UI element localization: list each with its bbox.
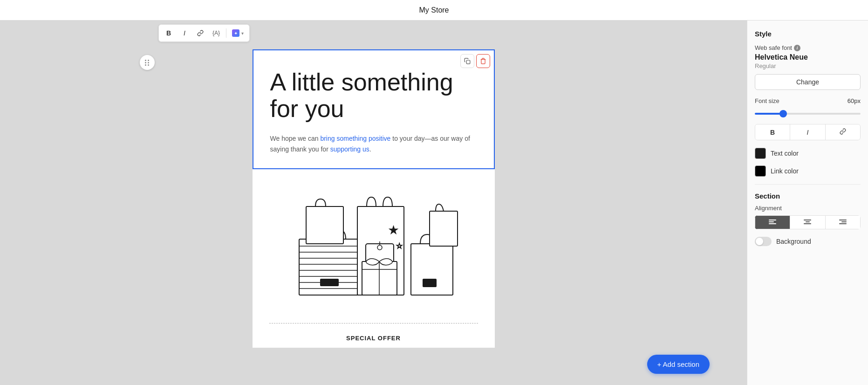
link-color-swatch[interactable]: [755, 165, 766, 177]
magic-icon: ✦: [232, 29, 239, 37]
format-italic-button[interactable]: I: [790, 124, 825, 140]
svg-rect-1: [299, 239, 360, 295]
bold-button[interactable]: B: [162, 27, 176, 40]
highlighted-text-2: supporting us: [330, 145, 369, 153]
add-section-button[interactable]: + Add section: [647, 355, 710, 374]
svg-rect-19: [423, 279, 437, 287]
svg-rect-0: [466, 60, 470, 64]
svg-text:☆: ☆: [396, 242, 403, 250]
text-toolbar: B I {A} ✦ ▾: [158, 24, 250, 42]
format-link-button[interactable]: [826, 124, 860, 140]
text-section[interactable]: A little something for you We hope we ca…: [253, 49, 495, 169]
change-font-button[interactable]: Change: [755, 74, 861, 90]
toolbar-divider: [226, 28, 226, 38]
special-offer-text: SPECIAL OFFER: [346, 335, 401, 342]
format-bold-button[interactable]: B: [755, 124, 790, 140]
link-button[interactable]: [193, 27, 207, 40]
text-color-row: Text color: [755, 148, 861, 159]
text-color-label: Text color: [771, 150, 799, 157]
toolbar-row: B I {A} ✦ ▾: [0, 21, 747, 46]
panel-divider: [755, 184, 861, 185]
font-name: Helvetica Neue: [755, 53, 861, 62]
section-subtitle: Section: [755, 192, 861, 200]
alignment-label: Alignment: [755, 205, 861, 212]
image-section: ★ ☆: [253, 169, 495, 318]
align-left-icon: [769, 220, 776, 225]
web-safe-font-label: Web safe font i: [755, 44, 861, 51]
bags-illustration: ★ ☆: [285, 179, 462, 309]
text-section-actions: [460, 54, 490, 68]
right-panel: Style Web safe font i Helvetica Neue Reg…: [747, 21, 868, 385]
link-color-label: Link color: [771, 167, 799, 175]
style-panel-title: Style: [755, 30, 861, 38]
svg-text:★: ★: [388, 223, 399, 237]
content-wrapper: A little something for you We hope we ca…: [0, 46, 747, 385]
font-size-value: 60px: [847, 97, 861, 104]
highlighted-text: bring something positive: [320, 135, 390, 142]
magic-button[interactable]: ✦ ▾: [229, 28, 246, 39]
italic-button[interactable]: I: [178, 27, 191, 40]
svg-rect-20: [430, 211, 458, 246]
svg-rect-18: [411, 244, 453, 295]
drag-handle-dots: [145, 60, 150, 66]
align-center-button[interactable]: [790, 215, 825, 229]
font-size-slider[interactable]: [755, 113, 861, 115]
duplicate-section-button[interactable]: [460, 54, 474, 68]
format-buttons-row: B I: [755, 124, 861, 140]
email-body: We hope we can bring something positive …: [270, 133, 477, 154]
background-toggle[interactable]: [755, 237, 772, 246]
delete-section-button[interactable]: [476, 54, 490, 68]
text-color-swatch[interactable]: [755, 148, 766, 159]
svg-rect-10: [320, 279, 339, 286]
info-icon: i: [794, 45, 800, 51]
link-color-row: Link color: [755, 165, 861, 177]
email-preview-column: A little something for you We hope we ca…: [0, 46, 747, 348]
align-right-button[interactable]: [825, 215, 861, 229]
svg-point-16: [377, 245, 382, 250]
store-title: My Store: [419, 6, 449, 14]
background-label: Background: [776, 238, 811, 245]
email-preview: A little something for you We hope we ca…: [253, 49, 495, 348]
divider-section: [253, 318, 495, 328]
background-row: Background: [755, 237, 861, 246]
font-size-row: Font size 60px: [755, 97, 861, 104]
svg-rect-11: [306, 206, 343, 244]
chevron-down-icon: ▾: [241, 31, 244, 36]
dashed-divider: [269, 323, 478, 323]
email-headline[interactable]: A little something for you: [270, 69, 477, 122]
align-left-button[interactable]: [755, 215, 790, 229]
special-offer-section[interactable]: SPECIAL OFFER: [253, 328, 495, 348]
toggle-knob: [756, 238, 763, 245]
drag-handle[interactable]: [140, 55, 155, 70]
font-size-slider-container: [755, 108, 861, 117]
alignment-buttons-row: [755, 215, 861, 229]
canvas-area: B I {A} ✦ ▾: [0, 21, 747, 385]
font-size-label: Font size: [755, 97, 779, 104]
align-center-icon: [804, 220, 811, 225]
top-bar: My Store: [0, 0, 868, 21]
variable-button[interactable]: {A}: [209, 27, 223, 40]
main-layout: B I {A} ✦ ▾: [0, 21, 868, 385]
align-right-icon: [839, 220, 847, 225]
font-style: Regular: [755, 62, 861, 69]
